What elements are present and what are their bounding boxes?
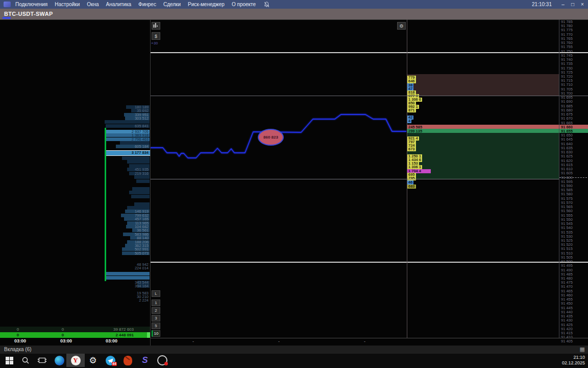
hline-lower xyxy=(151,262,588,263)
hline-upper xyxy=(151,52,588,53)
depth-button-1[interactable]: 1 xyxy=(152,300,160,306)
depth-button-L[interactable]: L xyxy=(152,290,160,297)
depth-button-5[interactable]: 5 xyxy=(152,323,160,329)
chart-type-button[interactable] xyxy=(152,22,160,30)
vline-chart-cluster xyxy=(407,19,407,338)
scale-step-label: +30 xyxy=(151,41,158,45)
hline-timeaxis xyxy=(151,338,588,338)
cluster-value: 871 xyxy=(407,108,416,112)
cluster-value: 673 xyxy=(407,147,416,151)
currency-scale-button[interactable]: $ xyxy=(152,32,160,40)
chart-settings-button[interactable]: ⚙ xyxy=(397,22,406,30)
price-tick: 91 405 xyxy=(561,339,573,343)
current-value-label: 860 823 xyxy=(263,135,278,140)
hline-mid-lower-axis xyxy=(559,177,587,178)
cluster-value: 299 135 xyxy=(407,129,423,133)
gear-icon: ⚙ xyxy=(399,24,403,29)
depth-button-2[interactable]: 2 xyxy=(152,307,160,314)
chart-bars-icon xyxy=(153,22,159,28)
vline-profile-chart xyxy=(150,19,151,346)
depth-button-10[interactable]: 10 xyxy=(152,330,160,337)
hline-mid-upper xyxy=(151,96,588,96)
trading-app-window: ПодключенияНастройкиОкнаАналитикаФинресС… xyxy=(0,0,588,368)
hline-mid-lower xyxy=(151,179,559,179)
cluster-value: 4 xyxy=(407,119,411,123)
delta-line-chart xyxy=(0,0,588,368)
current-value-badge: 860 823 xyxy=(258,129,284,146)
cluster-value: 683 xyxy=(407,185,416,189)
depth-button-3[interactable]: 3 xyxy=(152,315,160,321)
vline-cluster-axis xyxy=(559,19,559,338)
